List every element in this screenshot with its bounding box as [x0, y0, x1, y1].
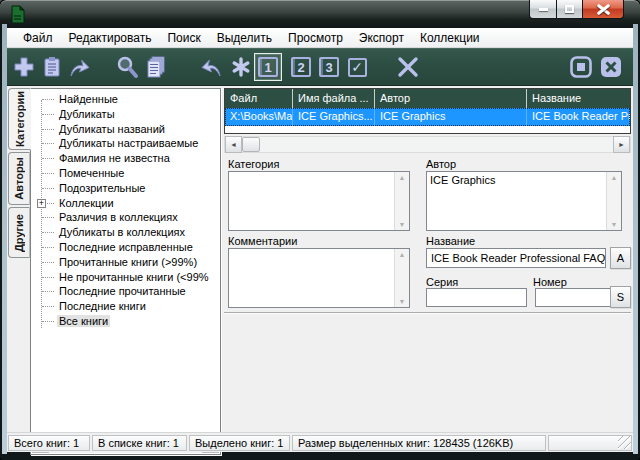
author-textarea[interactable]: ICE Graphics ▲ ▼ [426, 171, 622, 231]
scroll-down-icon[interactable]: ▼ [611, 221, 618, 228]
stacked-documents-icon [144, 55, 168, 79]
tree-item-unknown-surname[interactable]: Фамилия не известна [31, 151, 218, 166]
menu-export[interactable]: Экспорт [351, 29, 412, 47]
tree-item-last-books[interactable]: Последние книги [31, 299, 218, 314]
search-button[interactable] [114, 54, 140, 80]
minimize-button[interactable] [529, 0, 557, 19]
tree-item-last-corrected[interactable]: Последние исправленные [31, 240, 218, 255]
author-label: Автор [426, 158, 456, 170]
tab-other-label: Другие [13, 214, 25, 252]
book-table-header: Файл Имя файла ... Автор Название [225, 89, 630, 108]
tree-item-read-books[interactable]: Прочитанные книги (>99%) [31, 255, 218, 270]
tree-item-title-duplicates[interactable]: Дубликаты названий [31, 122, 218, 137]
menu-collections[interactable]: Коллекции [412, 29, 488, 47]
menu-edit[interactable]: Редактировать [61, 29, 160, 47]
tree-item-last-read[interactable]: Последние прочитанные [31, 284, 218, 299]
resize-grip[interactable] [618, 436, 631, 449]
book-table: Файл Имя файла ... Автор Название X:\Boo… [224, 88, 631, 134]
column-header-file[interactable]: Файл [225, 89, 293, 108]
send-button[interactable] [66, 54, 92, 80]
tab-categories[interactable]: Категории [8, 88, 31, 150]
view-mode-1-button[interactable]: 1 [254, 53, 282, 81]
title-input[interactable]: ICE Book Reader Professional FAQ F [426, 248, 606, 268]
category-textarea[interactable]: ▲ ▼ [228, 171, 410, 231]
tree-item-marked[interactable]: Помеченные [31, 166, 218, 181]
column-header-author[interactable]: Автор [375, 89, 527, 108]
menu-select[interactable]: Выделить [209, 29, 280, 47]
close-panel-button[interactable] [598, 54, 624, 80]
column-header-filename[interactable]: Имя файла ... [293, 89, 375, 108]
cell-file: X:\Books\Ma... [225, 108, 293, 126]
status-selected-books: Выделено книг: 1 [189, 435, 290, 451]
view-2-icon: 2 [291, 57, 311, 77]
view-1-icon: 1 [258, 57, 278, 77]
duplicate-pages-button[interactable] [143, 54, 169, 80]
special-button[interactable] [228, 54, 254, 80]
title-bar[interactable] [0, 0, 640, 28]
comments-scrollbar[interactable]: ▲ ▼ [394, 249, 409, 307]
tab-categories-label: Категории [14, 91, 26, 147]
undo-button[interactable] [199, 54, 225, 80]
minimize-to-tray-button[interactable] [568, 54, 594, 80]
tab-authors-label: Авторы [13, 157, 25, 200]
plus-icon [12, 55, 36, 79]
table-row-selected[interactable]: X:\Books\Ma... ICE Graphics... ICE Graph… [225, 108, 630, 126]
client-area: Файл Редактировать Поиск Выделить Просмо… [7, 28, 633, 452]
table-scrollbar-thumb[interactable] [242, 137, 260, 152]
close-icon [597, 4, 610, 15]
tree-item-custom-duplicates[interactable]: Дубликаты настраиваемые [31, 136, 218, 151]
scroll-up-icon[interactable]: ▲ [399, 174, 406, 181]
menu-search[interactable]: Поиск [159, 29, 208, 47]
menu-view[interactable]: Просмотр [280, 29, 351, 47]
author-swap-button[interactable]: A [610, 247, 631, 269]
app-window: Файл Редактировать Поиск Выделить Просмо… [0, 0, 640, 460]
undo-arrow-icon [200, 55, 224, 79]
series-input[interactable] [426, 288, 527, 307]
view-mode-3-button[interactable]: 3 [315, 53, 343, 81]
asterisk-icon [229, 55, 253, 79]
tree-item-collection-differences[interactable]: Различия в коллекциях [31, 210, 218, 225]
scroll-up-icon[interactable]: ▲ [399, 251, 406, 258]
table-horizontal-scrollbar[interactable]: ◄ ► [224, 136, 631, 153]
expand-icon[interactable]: + [37, 199, 46, 208]
scroll-down-icon[interactable]: ▼ [399, 221, 406, 228]
menu-bar: Файл Редактировать Поиск Выделить Просмо… [7, 28, 633, 48]
category-scrollbar[interactable]: ▲ ▼ [394, 172, 409, 230]
tree-item-unread-books[interactable]: Не прочитанные книги (<99% [31, 270, 218, 285]
view-mode-2-button[interactable]: 2 [287, 53, 315, 81]
scroll-down-icon[interactable]: ▼ [399, 298, 406, 305]
window-border-right [633, 24, 638, 454]
tree-item-found[interactable]: Найденные [31, 92, 218, 107]
redo-arrow-icon [67, 55, 91, 79]
tree-item-collection-duplicates[interactable]: Дубликаты в коллекциях [31, 225, 218, 240]
menu-file[interactable]: Файл [15, 29, 61, 47]
tree-item-collections[interactable]: + Коллекции [31, 196, 218, 211]
comments-textarea[interactable]: ▲ ▼ [228, 248, 410, 308]
caption-buttons [529, 0, 624, 19]
number-label: Номер [533, 276, 567, 288]
table-scroll-left-icon[interactable]: ◄ [225, 136, 242, 153]
category-label: Категория [228, 158, 279, 170]
add-book-button[interactable] [11, 54, 37, 80]
tree-item-duplicates[interactable]: Дубликаты [31, 107, 218, 122]
scroll-up-icon[interactable]: ▲ [611, 174, 618, 181]
close-button[interactable] [583, 0, 624, 19]
toolbar: 1 2 3 ✓ [7, 48, 633, 86]
tree-item-all-books[interactable]: Все книги [31, 314, 218, 329]
delete-button[interactable] [395, 54, 421, 80]
cell-title: ICE Book Reader Pro [527, 108, 630, 126]
paste-button[interactable] [39, 54, 65, 80]
tree-item-suspicious[interactable]: Подозрительные [31, 181, 218, 196]
tray-square-icon [569, 55, 593, 79]
author-scrollbar[interactable]: ▲ ▼ [606, 172, 621, 230]
checkbox-mode-button[interactable]: ✓ [344, 54, 370, 80]
status-bar: Всего книг: 1 В списке книг: 1 Выделено … [7, 432, 633, 452]
series-button[interactable]: S [610, 286, 631, 308]
table-scroll-right-icon[interactable]: ► [613, 136, 630, 153]
number-input[interactable] [535, 288, 612, 307]
maximize-button[interactable] [557, 0, 583, 19]
maximize-icon [565, 5, 574, 13]
column-header-title[interactable]: Название [527, 89, 630, 108]
tab-other[interactable]: Другие [8, 207, 30, 258]
tab-authors[interactable]: Авторы [8, 152, 30, 205]
